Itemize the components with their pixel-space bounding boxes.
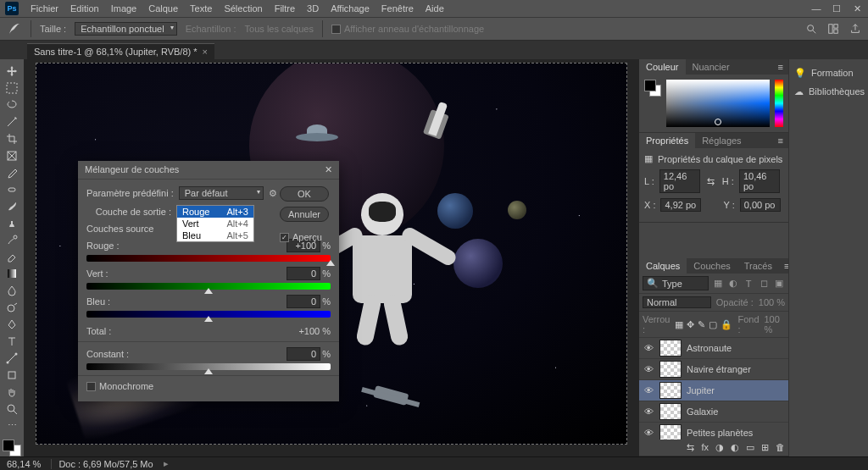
menu-edition[interactable]: Edition — [70, 3, 99, 14]
search-icon[interactable] — [805, 23, 817, 35]
ok-button[interactable]: OK — [280, 186, 329, 202]
eye-icon[interactable]: 👁 — [643, 343, 654, 353]
eye-icon[interactable]: 👁 — [643, 428, 654, 438]
layer-row[interactable]: 👁Jupiter — [639, 380, 788, 401]
bleu-track[interactable] — [86, 311, 331, 318]
dodge-tool-icon[interactable] — [2, 299, 22, 316]
fx-icon[interactable]: fx — [701, 442, 709, 453]
rouge-track[interactable] — [86, 255, 331, 262]
tab-couleur[interactable]: Couleur — [639, 59, 686, 75]
y-field[interactable]: 0,00 po — [740, 198, 781, 212]
lock-artboard-icon[interactable]: ▢ — [709, 319, 717, 330]
dialog-titlebar[interactable]: Mélangeur de couches ✕ — [78, 161, 339, 180]
frame-tool-icon[interactable] — [2, 147, 22, 164]
menu-fichier[interactable]: Fichier — [31, 3, 58, 14]
lock-paint-icon[interactable]: ✎ — [698, 319, 705, 330]
lock-all-icon[interactable]: 🔒 — [721, 319, 732, 330]
dialog-close-icon[interactable]: ✕ — [325, 164, 332, 175]
props-panel-menu-icon[interactable]: ≡ — [773, 133, 788, 148]
preview-checkbox[interactable]: ✓ Aperçu — [280, 232, 329, 242]
adjustment-icon[interactable]: ◐ — [731, 442, 739, 453]
move-tool-icon[interactable] — [2, 63, 22, 80]
workspace-icon[interactable] — [827, 23, 839, 35]
menu-filtre[interactable]: Filtre — [275, 3, 295, 14]
filter-shape-icon[interactable]: ◻ — [758, 278, 770, 290]
formation-panel-button[interactable]: 💡 Formation — [789, 64, 868, 81]
bleu-value[interactable]: 0 — [287, 295, 320, 308]
window-close-icon[interactable]: ✕ — [851, 3, 863, 14]
canvas[interactable]: Mélangeur de couches ✕ OK Annuler ✓ Aper… — [24, 59, 639, 456]
lasso-tool-icon[interactable] — [2, 97, 22, 113]
shape-tool-icon[interactable] — [2, 367, 22, 384]
wand-tool-icon[interactable] — [2, 113, 22, 130]
preset-gear-icon[interactable]: ⚙ — [269, 188, 277, 199]
menu-texte[interactable]: Texte — [190, 3, 212, 14]
doc-size[interactable]: Doc : 6,69 Mo/57,5 Mo — [51, 459, 153, 469]
eyedropper-tool-icon[interactable] — [2, 164, 22, 181]
menu-fenetre[interactable]: Fenêtre — [381, 3, 414, 14]
status-arrow-icon[interactable]: ▸ — [164, 458, 169, 469]
marquee-tool-icon[interactable] — [2, 80, 22, 97]
mask-icon[interactable]: ◑ — [715, 442, 724, 453]
filter-adjust-icon[interactable]: ◐ — [727, 278, 739, 290]
history-brush-tool-icon[interactable] — [2, 232, 22, 249]
color-field[interactable] — [666, 80, 770, 127]
eye-icon[interactable]: 👁 — [643, 406, 654, 417]
constant-value[interactable]: 0 — [287, 347, 320, 361]
window-maximize-icon[interactable]: ☐ — [831, 3, 843, 14]
tab-traces[interactable]: Tracés — [737, 258, 779, 274]
group-icon[interactable]: ▭ — [746, 442, 754, 453]
tab-reglages[interactable]: Réglages — [695, 133, 748, 148]
bibliotheques-panel-button[interactable]: ☁ Bibliothèques — [789, 83, 868, 100]
layer-row[interactable]: 👁Petites planètes — [639, 423, 788, 440]
brush-tool-icon[interactable] — [2, 198, 22, 215]
tab-calques[interactable]: Calques — [639, 258, 687, 274]
tab-proprietes[interactable]: Propriétés — [639, 133, 695, 148]
rouge-thumb[interactable] — [326, 260, 335, 266]
output-opt-vert[interactable]: VertAlt+4 — [177, 218, 253, 229]
output-opt-rouge[interactable]: RougeAlt+3 — [177, 206, 253, 218]
menu-selection[interactable]: Sélection — [224, 3, 262, 14]
layer-row[interactable]: 👁Navire étranger — [639, 359, 788, 380]
type-tool-icon[interactable] — [2, 333, 22, 350]
vert-value[interactable]: 0 — [287, 267, 320, 280]
lock-position-icon[interactable]: ✥ — [687, 319, 694, 330]
eraser-tool-icon[interactable] — [2, 248, 22, 265]
vert-track[interactable] — [86, 283, 331, 290]
menu-aide[interactable]: Aide — [426, 3, 444, 14]
show-ring-checkbox[interactable]: Afficher anneau d'échantillonnage — [331, 24, 484, 34]
stamp-tool-icon[interactable] — [2, 215, 22, 232]
vert-thumb[interactable] — [204, 288, 213, 294]
monochrome-checkbox[interactable]: Monochrome — [86, 381, 331, 391]
blend-mode-combo[interactable]: Normal — [643, 296, 711, 308]
constant-thumb[interactable] — [204, 368, 213, 374]
layer-row[interactable]: 👁Astronaute — [639, 338, 788, 359]
pen-tool-icon[interactable] — [2, 316, 22, 333]
link-layers-icon[interactable]: ⇆ — [687, 442, 694, 453]
layer-filter-input[interactable]: 🔍 Type — [643, 276, 709, 290]
cancel-button[interactable]: Annuler — [280, 207, 329, 222]
hue-strip[interactable] — [775, 80, 783, 127]
eye-icon[interactable]: 👁 — [643, 364, 654, 374]
gradient-tool-icon[interactable] — [2, 265, 22, 282]
opacity-value[interactable]: 100 % — [759, 297, 785, 307]
edit-toolbar-icon[interactable]: ⋯ — [2, 417, 22, 434]
bleu-thumb[interactable] — [204, 316, 213, 322]
path-tool-icon[interactable] — [2, 350, 22, 367]
link-icon[interactable]: ⇆ — [705, 176, 717, 187]
blur-tool-icon[interactable] — [2, 282, 22, 299]
heal-tool-icon[interactable] — [2, 181, 22, 198]
constant-track[interactable] — [86, 363, 331, 370]
output-opt-bleu[interactable]: BleuAlt+5 — [177, 229, 253, 241]
close-tab-icon[interactable]: × — [203, 47, 208, 57]
filter-type-icon[interactable]: T — [743, 278, 754, 290]
x-field[interactable]: 4,92 po — [660, 198, 701, 212]
sample-combo[interactable]: Echantillon ponctuel — [75, 22, 176, 36]
window-minimize-icon[interactable]: — — [810, 3, 822, 14]
document-tab[interactable]: Sans titre-1 @ 68,1% (Jupiter, RVB/8) * … — [27, 43, 214, 59]
fill-value[interactable]: 100 % — [765, 314, 786, 335]
zoom-value[interactable]: 68,14 % — [7, 459, 41, 469]
eye-icon[interactable]: 👁 — [643, 385, 654, 395]
filter-smart-icon[interactable]: ▣ — [773, 278, 785, 290]
layer-row[interactable]: 👁Galaxie — [639, 401, 788, 423]
